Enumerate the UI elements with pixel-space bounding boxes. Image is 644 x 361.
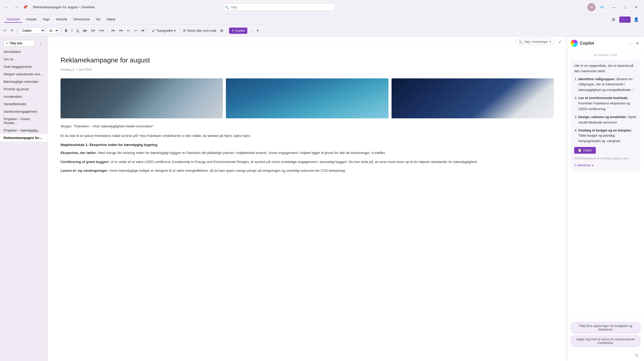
copilot-task-list: Identificer målgruppen: Bestem en målgru… [574, 77, 637, 144]
copy-icon: 📋 [578, 149, 582, 152]
search-icon: 🔍 [225, 5, 229, 9]
undo-button[interactable]: ↩ [2, 28, 8, 34]
copilot-close-button[interactable]: ✕ [634, 40, 640, 46]
down-arrow-button[interactable]: ▾ [255, 28, 260, 34]
bold-button[interactable]: B [63, 28, 69, 34]
more-toolbar-button[interactable]: ··· [248, 28, 254, 34]
sidebar-item-samfundsengagement[interactable]: Samfundsengagement [0, 108, 47, 115]
toolbar-separator-2 [61, 28, 61, 34]
copy-label: Kopiér [583, 149, 592, 152]
copilot-references[interactable]: 2 referencer ▾ [574, 163, 637, 168]
menu-startside[interactable]: Startside [4, 16, 22, 23]
sidebar-toggle-icon[interactable]: ⊞ [610, 16, 617, 23]
search-input[interactable] [222, 3, 336, 11]
share-button[interactable]: ↑ ··· [619, 17, 631, 23]
underline-button[interactable]: U [75, 28, 80, 34]
add-page-button[interactable]: + Tilføj side [3, 40, 35, 47]
table-button[interactable]: ⊞ [219, 28, 225, 34]
copilot-copy-button[interactable]: 📋 Kopiér [574, 147, 596, 154]
para3-text: Vores bæredygtige boliger er designet ti… [109, 169, 346, 173]
sidebar-item-vandeffektivitet[interactable]: Vandeffektivitet [0, 100, 47, 108]
strikethrough-button[interactable]: ab [81, 28, 88, 34]
menu-historik[interactable]: Historik [53, 16, 70, 23]
para3-label: Lavere el- og vandregninger: [61, 169, 108, 173]
sort-button[interactable]: ↕ [37, 40, 44, 47]
search-notebooks-label: Søg i notesbøger [524, 40, 548, 44]
para2: Certificering af grønt byggeri: Vi er st… [61, 159, 554, 165]
menu-bar-right: ⊞ ↑ ··· 👤 [610, 16, 640, 23]
text-color-button[interactable]: A▾ [89, 28, 97, 34]
image-architecture-3 [392, 78, 554, 118]
menu-gennemse[interactable]: Gennemse [71, 16, 92, 23]
content-area: 🔍 Søg i notesbøger ▾ ⤢ Reklamekampagne f… [48, 37, 567, 361]
sidebar-item-introduktion[interactable]: Introduktion [0, 48, 47, 55]
sidebar-item-om-os[interactable]: Om os [0, 55, 47, 63]
copilot-ref-1: 1 [632, 88, 634, 90]
align-button[interactable]: ≡▾ [139, 28, 146, 34]
copilot-footer: ↻ [567, 349, 644, 361]
styles-button[interactable]: 🖊 Typografier ▾ [150, 28, 177, 34]
sidebar-item-groen-byggepraksis[interactable]: Grøn byggepraksis [0, 63, 47, 70]
sidebar-item-produkt-og-priser[interactable]: Produkt og priser [0, 85, 47, 93]
para3: Lavere el- og vandregninger: Vores bæred… [61, 168, 554, 174]
copilot-logo [571, 40, 578, 47]
sidebar-item-baeредygtige-materialer[interactable]: Bæredygtige materialer [0, 78, 47, 85]
copilot-message-intro: Her er en opgaveliste, der er baseret på… [574, 63, 637, 74]
minimize-button[interactable]: — [609, 3, 618, 12]
copilot-refs-label: 2 referencer [574, 163, 591, 168]
chevron-down-icon: ▾ [592, 163, 594, 168]
maximize-button[interactable]: □ [620, 3, 630, 12]
sidebar-item-projekter-baeредygtig[interactable]: Projekter – bæredygtig… [0, 127, 47, 134]
menu-tegn[interactable]: Tegn [40, 16, 52, 23]
menu-hjaelp[interactable]: Hjælp [104, 16, 118, 23]
refresh-button[interactable]: ↻ [633, 352, 640, 359]
toolbar: ↩ ✎ Calibri 11 B I U ab A▾ ✏▾ ≡▾ ≡▾ ⇐ ⇒ … [0, 25, 644, 37]
diamond-icon[interactable]: 💎 [598, 3, 607, 12]
toolbar-separator-1 [17, 28, 17, 34]
copilot-header-buttons: ··· ✕ [627, 40, 640, 46]
main-layout: + Tilføj side ↕ Introduktion Om os Grøn … [0, 37, 644, 361]
page-date: Onsdag d. 7. juni 2025 [61, 67, 554, 72]
numbered-list-button[interactable]: ≡▾ [117, 28, 124, 34]
italic-button[interactable]: I [70, 28, 74, 34]
copilot-task-4: Fastlæg et budget og en tidsplan: Tildel… [578, 128, 637, 144]
sidebar-item-integrer[interactable]: Integrer vedvarende ene… [0, 70, 47, 78]
copilot-task-1-heading: Identificer målgruppen: [578, 77, 615, 81]
copilot-task-4-text: Tildel budget og planlæg kampagnestart o… [578, 134, 621, 143]
arrow-icon[interactable]: ✎ [9, 28, 15, 34]
toolbar-separator-4 [148, 28, 148, 34]
close-button[interactable]: ✕ [632, 3, 641, 12]
suggestion-chip-1[interactable]: Tilføj flere oplysninger om budgettet og… [571, 322, 640, 333]
forward-button[interactable]: → [12, 4, 20, 11]
toolbar-separator-5 [179, 28, 180, 34]
bullet-list-button[interactable]: ≡▾ [110, 28, 117, 34]
sidebar-header: + Tilføj side ↕ [0, 39, 47, 48]
suggestion-chip-2[interactable]: Hjælp mig med at skrive en overbevisende… [571, 335, 640, 347]
font-selector[interactable]: Calibri [19, 27, 45, 34]
para1-label: Ekspertise, der tæller: [61, 151, 97, 155]
profile-icon[interactable]: 👤 [633, 16, 640, 23]
copilot-task-3-heading: Design, reklame og kreativitet: [578, 115, 627, 119]
indent-more-button[interactable]: ⇒ [132, 28, 138, 34]
menu-vis[interactable]: Vis [93, 16, 103, 23]
send-mail-button[interactable]: ✉ Send side som mail [182, 28, 218, 34]
back-button[interactable]: ← [3, 4, 10, 11]
expand-button[interactable]: ⤢ [556, 38, 564, 45]
notebook-search[interactable]: 🔍 Søg i notesbøger ▾ [515, 39, 554, 45]
sidebar-item-acceleration[interactable]: Acceleration [0, 93, 47, 100]
menu-indsaet[interactable]: Indsæt [23, 16, 39, 23]
font-size-selector[interactable]: 11 [46, 27, 59, 34]
copilot-ref-2: 2 [607, 107, 608, 109]
toolbar-separator-3 [107, 28, 108, 34]
sidebar-item-reklamekampagne[interactable]: Reklamekampagne for… [0, 134, 47, 142]
copilot-task-1: Identificer målgruppen: Bestem en målgru… [578, 77, 637, 93]
title-bar: ← → 📌 Reklamekampagne for august – OneNo… [0, 0, 644, 14]
sidebar-item-projekter-green[interactable]: Projekter – Green Reside… [0, 115, 47, 127]
app-title: Reklamekampagne for august – OneNote [33, 5, 95, 9]
highlight-button[interactable]: ✏▾ [98, 28, 105, 34]
copilot-more-button[interactable]: ··· [627, 40, 633, 46]
sidebar: + Tilføj side ↕ Introduktion Om os Grøn … [0, 37, 48, 361]
pin-button[interactable]: 📌 [22, 4, 29, 11]
indent-less-button[interactable]: ⇐ [125, 28, 131, 34]
copilot-toolbar-button[interactable]: ✦ Copilot [229, 28, 247, 34]
